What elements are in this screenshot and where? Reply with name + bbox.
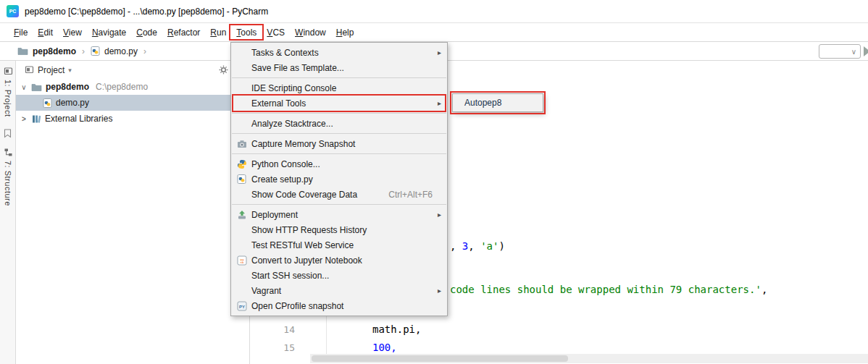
libraries-icon	[31, 114, 41, 124]
menu-item-open-cprofile-snapshot[interactable]: PY Open CProfile snapshot	[231, 298, 447, 313]
menu-item-external-tools[interactable]: External Tools ▸	[231, 96, 447, 111]
folder-icon	[17, 46, 28, 56]
chevron-down-icon: ∨	[851, 48, 856, 56]
menu-separator	[232, 113, 446, 114]
menu-item-deployment[interactable]: Deployment ▸	[231, 207, 447, 222]
tool-tab-structure[interactable]: 7: Structure	[0, 148, 16, 206]
python-icon	[236, 158, 247, 169]
menu-item-analyze-stacktrace[interactable]: Analyze Stacktrace...	[231, 116, 447, 131]
jupyter-icon: ipynb	[236, 255, 247, 266]
menu-view[interactable]: View	[58, 23, 87, 41]
menu-item-show-code-coverage-data[interactable]: Show Code Coverage Data Ctrl+Alt+F6	[231, 187, 447, 202]
submenu-arrow-icon: ▸	[438, 99, 441, 107]
horizontal-scrollbar[interactable]	[310, 354, 868, 363]
scrollbar-thumb[interactable]	[312, 355, 568, 362]
menu-separator	[232, 133, 446, 134]
svg-text:PY: PY	[238, 305, 244, 309]
breadcrumb-project[interactable]: pep8demo	[33, 46, 76, 56]
title-bar: PC pep8demo [C:\pep8demo] - ...\demo.py …	[0, 0, 868, 23]
menu-code[interactable]: Code	[131, 23, 162, 41]
line-number: 14	[251, 321, 295, 339]
pycharm-logo-icon: PC	[7, 5, 19, 17]
tools-menu-popup: Tasks & Contexts ▸ Save File as Template…	[230, 42, 448, 316]
chevron-expanded-icon[interactable]: ∨	[20, 83, 28, 91]
menu-run[interactable]: Run	[205, 23, 231, 41]
breadcrumb-separator: ›	[80, 46, 86, 56]
breadcrumb-file[interactable]: demo.py	[104, 46, 138, 56]
menu-help[interactable]: Help	[331, 23, 359, 41]
settings-gear-icon[interactable]	[219, 65, 228, 75]
menu-file[interactable]: File	[9, 23, 33, 41]
menu-separator	[232, 204, 446, 205]
menu-item-capture-memory-snapshot[interactable]: Capture Memory Snapshot	[231, 136, 447, 151]
menu-item-create-setup-py[interactable]: Create setup.py	[231, 172, 447, 187]
project-root-name: pep8demo	[46, 82, 89, 92]
menu-item-show-http-requests-history[interactable]: Show HTTP Requests History	[231, 222, 447, 237]
svg-text:nb: nb	[240, 261, 243, 264]
deployment-icon	[236, 209, 247, 220]
tree-row-demo-py[interactable]: demo.py	[16, 95, 249, 111]
python-file-icon	[236, 174, 247, 185]
tree-file-name: demo.py	[56, 98, 89, 108]
menu-shortcut: Ctrl+Alt+F6	[388, 190, 441, 200]
project-panel: Project ▾ ∨ pep8demo C:\pep8demo	[16, 61, 250, 364]
menu-window[interactable]: Window	[290, 23, 331, 41]
menu-item-test-restful-web-service[interactable]: Test RESTful Web Service	[231, 237, 447, 253]
project-tool-icon	[4, 67, 13, 76]
camera-icon	[236, 138, 247, 149]
menu-item-start-ssh-session[interactable]: Start SSH session...	[231, 268, 447, 283]
menu-separator	[232, 77, 446, 78]
menu-item-vagrant[interactable]: Vagrant ▸	[231, 283, 447, 298]
submenu-arrow-icon: ▸	[438, 48, 441, 56]
favorites-icon[interactable]	[4, 129, 12, 138]
chevron-collapsed-icon[interactable]: >	[20, 115, 28, 123]
menu-tools[interactable]: Tools	[231, 23, 262, 41]
menu-item-convert-to-jupyter-notebook[interactable]: ipynb Convert to Jupyter Notebook	[231, 253, 447, 268]
window-title: pep8demo [C:\pep8demo] - ...\demo.py [pe…	[25, 7, 268, 17]
tree-row-project-root[interactable]: ∨ pep8demo C:\pep8demo	[16, 79, 249, 95]
folder-icon	[31, 82, 42, 92]
project-panel-header: Project ▾	[16, 61, 249, 79]
tree-external-libraries-label: External Libraries	[45, 114, 112, 124]
menu-item-save-file-as-template[interactable]: Save File as Template...	[231, 60, 447, 75]
menu-bar: File Edit View Navigate Code Refactor Ru…	[0, 23, 868, 42]
project-panel-title[interactable]: Project	[38, 65, 64, 75]
project-view-icon	[25, 65, 34, 75]
python-file-icon	[91, 46, 100, 56]
menu-vcs[interactable]: VCS	[262, 23, 290, 41]
menu-edit[interactable]: Edit	[33, 23, 58, 41]
pycharm-window: PC pep8demo [C:\pep8demo] - ...\demo.py …	[0, 0, 868, 364]
python-file-icon	[43, 98, 52, 108]
menu-separator	[232, 153, 446, 154]
menu-item-autopep8[interactable]: Autopep8	[453, 96, 543, 110]
menu-item-tasks-and-contexts[interactable]: Tasks & Contexts ▸	[231, 45, 447, 60]
chevron-down-icon: ▾	[68, 67, 72, 74]
code-fragment: code lines should be wrapped within 79 c…	[450, 284, 767, 295]
code-fragment: , 3, 'a')	[450, 240, 505, 252]
tree-row-external-libraries[interactable]: > External Libraries	[16, 111, 249, 127]
submenu-arrow-icon: ▸	[438, 287, 441, 295]
tool-tab-project[interactable]: 1: Project	[0, 67, 16, 117]
py-snapshot-icon: PY	[236, 300, 247, 311]
submenu-arrow-icon: ▸	[438, 211, 441, 219]
run-configuration-select[interactable]: ∨	[819, 44, 861, 59]
menu-item-ide-scripting-console[interactable]: IDE Scripting Console	[231, 80, 447, 96]
menu-navigate[interactable]: Navigate	[87, 23, 131, 41]
structure-tool-icon	[4, 148, 13, 157]
external-tools-submenu-popup: Autopep8	[452, 93, 543, 112]
tool-window-stripe: 1: Project 7: Structure	[0, 61, 16, 364]
line-number: 15	[251, 339, 295, 357]
run-button[interactable]	[864, 46, 868, 56]
breadcrumb-separator: ›	[142, 46, 148, 56]
menu-item-python-console[interactable]: Python Console...	[231, 156, 447, 172]
code-line-14: 14 math.pi,	[251, 321, 868, 339]
project-root-path: C:\pep8demo	[96, 82, 148, 92]
menu-refactor[interactable]: Refactor	[162, 23, 205, 41]
